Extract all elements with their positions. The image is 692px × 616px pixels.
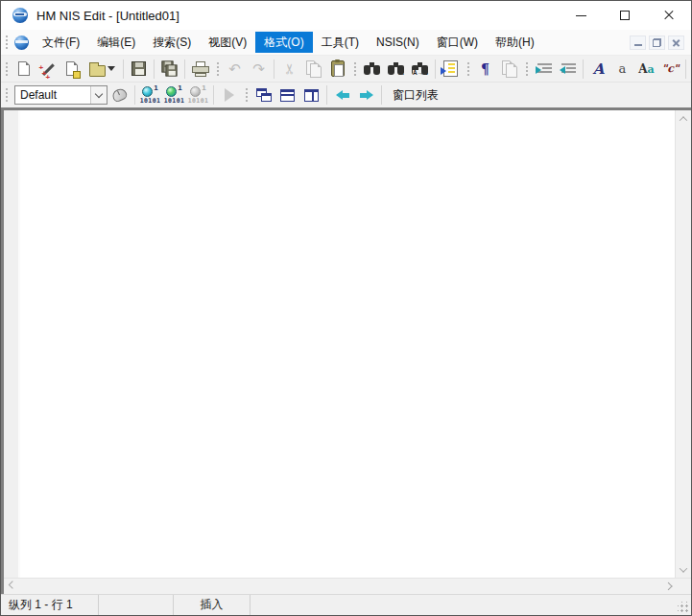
undo-button: ↶: [223, 58, 247, 81]
forward-icon: [360, 90, 373, 100]
mdi-minimize-button[interactable]: [630, 36, 646, 50]
compile-run-icon: 1 10101: [164, 86, 185, 105]
new-file-icon: [18, 61, 30, 76]
caret-position: 纵列 1 - 行 1: [9, 597, 73, 613]
print-button[interactable]: [188, 58, 212, 81]
back-icon: [336, 90, 349, 100]
title-bar: HM NIS Edit - [Untitled01]: [1, 1, 691, 30]
caret-position-panel: 纵列 1 - 行 1: [1, 595, 99, 615]
tile-horizontal-icon: [280, 89, 295, 102]
code-editor[interactable]: [20, 110, 675, 578]
menu-view[interactable]: 视图(V): [200, 32, 255, 53]
chevron-down-icon: [680, 564, 687, 572]
script-wizard-icon: +++: [39, 60, 57, 78]
vertical-scrollbar[interactable]: [675, 110, 691, 578]
paste-button[interactable]: [325, 58, 349, 81]
case-icon: Aa: [638, 62, 654, 76]
close-icon: [663, 10, 675, 21]
toolbar-grip[interactable]: [352, 60, 357, 78]
toolbar-grip[interactable]: [4, 86, 9, 104]
toolbar-grip[interactable]: [244, 86, 249, 104]
scroll-up-button[interactable]: [676, 110, 692, 127]
toolbar-grip[interactable]: [524, 60, 529, 78]
maximize-button[interactable]: [603, 1, 647, 30]
modified-panel: [99, 595, 174, 615]
editor-gutter: [4, 110, 20, 578]
find-icon: [364, 62, 380, 75]
goto-line-icon: [443, 60, 458, 77]
toolbar-grip[interactable]: [215, 60, 220, 78]
script-wizard-button[interactable]: +++: [36, 58, 60, 81]
compile-run-button[interactable]: 1 10101: [162, 83, 186, 107]
scroll-left-button[interactable]: [4, 579, 20, 595]
mdi-window-controls: [630, 36, 691, 50]
window-list-button[interactable]: 窗口列表: [385, 84, 446, 107]
back-button[interactable]: [330, 83, 354, 107]
scrollbar-corner: [675, 578, 691, 594]
toolbar-grip[interactable]: [4, 60, 9, 78]
style-combobox[interactable]: Default: [14, 85, 107, 105]
scroll-right-button[interactable]: [658, 579, 675, 595]
lowercase-button[interactable]: a: [610, 58, 634, 81]
document-icon[interactable]: [14, 36, 29, 50]
status-bar: 纵列 1 - 行 1 插入: [1, 594, 691, 615]
open-dropdown-icon[interactable]: [107, 66, 115, 71]
mdi-close-button[interactable]: [668, 36, 684, 50]
menu-nsis[interactable]: NSIS(N): [368, 32, 428, 53]
find-next-icon: ...: [388, 62, 404, 75]
maximize-icon: [620, 11, 630, 20]
show-whitespace-button[interactable]: ¶: [473, 58, 497, 81]
menu-help[interactable]: 帮助(H): [487, 32, 543, 53]
find-next-button[interactable]: ...: [384, 58, 408, 81]
horizontal-scrollbar[interactable]: [4, 578, 675, 594]
minimize-icon: [576, 15, 586, 16]
replace-button[interactable]: A→B: [408, 58, 432, 81]
menu-search[interactable]: 搜索(S): [144, 32, 200, 53]
combobox-dropdown-button[interactable]: [90, 86, 107, 104]
outdent-button[interactable]: [556, 58, 580, 81]
compiler-settings-icon: [110, 86, 129, 103]
cut-button: ✂: [277, 58, 301, 81]
scroll-down-button[interactable]: [676, 561, 692, 578]
goto-line-button[interactable]: [439, 58, 463, 81]
menu-edit[interactable]: 编辑(E): [88, 32, 144, 53]
toggle-case-button[interactable]: Aa: [634, 58, 658, 81]
resize-grip[interactable]: [678, 602, 689, 613]
tile-vertical-button[interactable]: [299, 83, 323, 107]
mdi-restore-icon: [653, 38, 661, 47]
app-window: HM NIS Edit - [Untitled01] 文件(F) 编辑(E) 搜…: [0, 0, 692, 616]
uppercase-button[interactable]: A: [586, 58, 610, 81]
toolbar-grip[interactable]: [465, 60, 470, 78]
forward-button[interactable]: [354, 83, 378, 107]
copy-icon: [306, 60, 322, 77]
quote-button[interactable]: "c": [658, 58, 682, 81]
new-file-button[interactable]: [12, 58, 36, 81]
indent-button[interactable]: [532, 58, 556, 81]
compile-test-icon: 1 10101: [188, 86, 209, 105]
menu-window[interactable]: 窗口(W): [428, 32, 487, 53]
open-file-button[interactable]: [84, 58, 120, 81]
minimize-button[interactable]: [559, 1, 603, 30]
new-script-button[interactable]: [60, 58, 84, 81]
quote-icon: "c": [661, 62, 679, 75]
redo-icon: ↷: [252, 61, 265, 76]
save-all-button[interactable]: [157, 58, 181, 81]
compile-icon: 1 10101: [140, 86, 161, 105]
mdi-restore-button[interactable]: [649, 36, 665, 50]
message-panel: [251, 595, 691, 615]
save-button[interactable]: [127, 58, 151, 81]
menu-format[interactable]: 格式(O): [255, 32, 312, 53]
menubar-grip[interactable]: [4, 34, 9, 51]
paste-icon: [331, 60, 345, 77]
chevron-down-icon: [95, 89, 103, 97]
italic-a-icon: A: [593, 60, 605, 78]
close-button[interactable]: [647, 1, 691, 30]
tile-horizontal-button[interactable]: [275, 83, 299, 107]
menu-file[interactable]: 文件(F): [34, 32, 88, 53]
find-button[interactable]: [360, 58, 384, 81]
menu-tools[interactable]: 工具(T): [313, 32, 368, 53]
compiler-settings-button[interactable]: [107, 83, 131, 107]
cascade-windows-button[interactable]: [251, 83, 275, 107]
compile-button[interactable]: 1 10101: [138, 83, 162, 107]
copy-button: [301, 58, 325, 81]
